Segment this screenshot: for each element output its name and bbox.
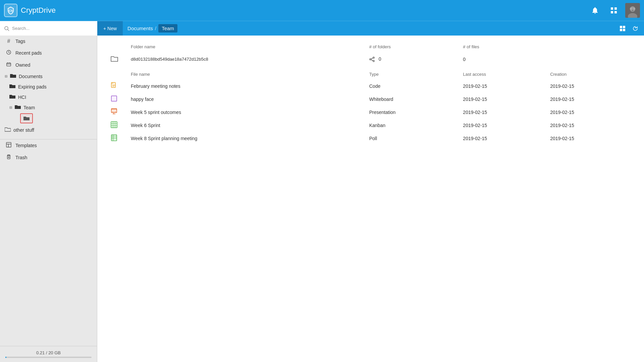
view-toggle-button[interactable] [616,22,629,35]
storage-bar-fill [5,357,6,358]
svg-text:CX: CX [9,9,13,12]
header: CX CryptDrive [0,0,644,21]
svg-rect-39 [111,109,117,110]
user-avatar[interactable] [625,3,640,18]
file-type-2: Presentation [366,106,460,119]
documents-folder-icon [10,73,16,79]
svg-rect-41 [114,111,116,112]
breadcrumb-documents[interactable]: Documents [127,25,153,31]
sidebar-item-tags[interactable]: # Tags [0,36,97,47]
svg-rect-2 [614,7,617,10]
sidebar-item-expiring[interactable]: Expiring pads [0,81,97,92]
file-name-3: Week 6 Sprint [127,119,366,132]
table-row[interactable]: happy face Whiteboard 2019-02-15 2019-02… [107,93,634,106]
svg-point-10 [632,10,633,11]
sidebar-documents-label: Documents [19,74,43,79]
sidebar-item-trash[interactable]: Trash [0,152,97,164]
file-creation-0: 2019-02-15 [547,79,634,93]
storage-text: 0.21 / 20 GB [36,350,61,355]
svg-rect-16 [623,29,625,31]
sidebar-templates-label: Templates [15,143,37,148]
folder-num-files: 0 [460,53,547,66]
sidebar-item-other[interactable]: other stuff [0,125,97,135]
svg-point-28 [373,57,374,58]
team-collapse-icon: ⊟ [9,106,12,109]
other-folder-icon [5,127,11,133]
files-section-header: File name Type Last access Creation [107,66,634,79]
new-button[interactable]: + New [97,21,123,36]
logo-icon: CX [4,4,17,17]
tags-icon: # [5,38,12,44]
file-icon-2 [107,106,127,119]
col-folder-name: Folder name [127,42,366,53]
main-layout: # Tags Recent pads Owned [0,36,644,362]
sidebar-item-documents[interactable]: ⊟ Documents [0,71,97,81]
sidebar-trash-label: Trash [15,155,27,160]
file-access-2: 2019-02-15 [460,106,547,119]
svg-rect-15 [620,29,622,31]
svg-rect-40 [112,111,114,112]
apps-grid-button[interactable] [606,3,621,18]
storage-bar [5,357,92,358]
team-folder-icon [15,104,21,111]
sidebar-item-team[interactable]: ⊟ Team [0,102,97,113]
sidebar-item-team-sub[interactable] [20,113,33,123]
templates-icon [5,142,12,149]
file-type-1: Whiteboard [366,93,460,106]
svg-rect-1 [611,7,613,10]
hci-folder-icon [9,94,15,100]
file-creation-4: 2019-02-15 [547,132,634,145]
file-name-4: Week 8 Sprint planning meeting [127,132,366,145]
trash-icon [5,154,12,161]
svg-rect-37 [111,96,117,101]
sidebar-item-templates[interactable]: Templates [0,139,97,152]
sidebar-item-owned[interactable]: Owned [0,59,97,71]
svg-rect-3 [611,11,613,13]
svg-rect-14 [623,26,625,28]
table-row[interactable]: Week 5 sprint outcomes Presentation 2019… [107,106,634,119]
history-button[interactable] [629,22,641,35]
sidebar-expiring-label: Expiring pads [18,84,47,89]
file-type-0: Code [366,79,460,93]
svg-rect-18 [7,63,11,66]
content-area: Folder name # of folders # of files d8d0… [97,36,644,362]
svg-line-12 [8,29,9,31]
breadcrumb-separator: / [155,25,156,31]
breadcrumb-team[interactable]: Team [158,24,177,33]
file-icon-3 [107,119,127,132]
file-icon-4 [107,132,127,145]
col-type: Type [366,66,460,79]
file-type-4: Poll [366,132,460,145]
svg-rect-34 [111,82,113,84]
folder-icon-cell [107,53,127,66]
table-row[interactable]: February meeting notes Code 2019-02-15 2… [107,79,634,93]
breadcrumb: Documents / Team [123,21,182,36]
svg-line-32 [371,60,373,61]
svg-line-31 [371,58,373,59]
col-creation: Creation [547,66,634,79]
toolbar-right-actions [616,21,644,36]
file-access-4: 2019-02-15 [460,132,547,145]
file-name-0: February meeting notes [127,79,366,93]
sidebar-item-hci[interactable]: HCI [0,92,97,102]
table-row[interactable]: Week 8 Sprint planning meeting Poll 2019… [107,132,634,145]
recent-icon [5,50,12,56]
documents-collapse-icon: ⊟ [5,74,7,78]
app-logo[interactable]: CX CryptDrive [4,4,56,17]
search-bar[interactable]: Search... [0,21,97,36]
folder-name-cell: d8d0132188bd549dae18a7472d12b5c8 [127,53,366,66]
sidebar-other-label: other stuff [13,127,34,133]
file-access-1: 2019-02-15 [460,93,547,106]
notification-button[interactable] [588,3,602,18]
col-num-files: # of files [460,42,547,53]
file-table: Folder name # of folders # of files d8d0… [107,42,634,145]
table-row[interactable]: Week 6 Sprint Kanban 2019-02-15 2019-02-… [107,119,634,132]
sidebar-recent-label: Recent pads [15,50,42,56]
svg-rect-49 [111,135,117,141]
sidebar-tags-label: Tags [15,39,25,44]
file-access-3: 2019-02-15 [460,119,547,132]
sidebar-item-recent[interactable]: Recent pads [0,47,97,59]
table-row[interactable]: d8d0132188bd549dae18a7472d12b5c8 0 0 [107,53,634,66]
col-empty [547,42,634,53]
sidebar-hci-label: HCI [18,95,26,100]
